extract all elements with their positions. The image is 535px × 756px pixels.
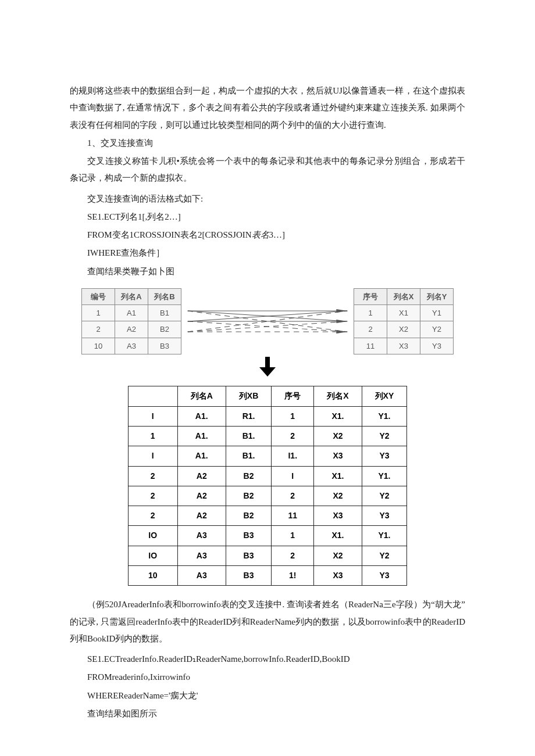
svg-marker-10 <box>336 320 347 323</box>
svg-marker-13 <box>259 367 276 377</box>
svg-marker-11 <box>336 330 347 334</box>
table-row: IA1.B1.I1.X3Y3 <box>128 446 407 466</box>
rt-h2: 列名Y <box>420 288 454 304</box>
lt-row: 10A3B3 <box>82 338 181 354</box>
document-page: 的规则将这些表中的数据组合到一起，构成一个虚拟的大衣，然后就UJ以像普通表一样，… <box>0 0 535 756</box>
crossjoin-lines-icon <box>185 305 350 338</box>
table-row: 10A3B31!X3Y3 <box>128 566 407 586</box>
code-select-example: SE1.ECTreaderInfo.ReaderID₁ReaderName,bo… <box>70 651 465 668</box>
table-row: 2A2B22X2Y2 <box>128 486 407 506</box>
left-source-table: 编号 列名A 列名B 1A1B1 2A2B2 10A3B3 <box>81 288 181 354</box>
result-intro: 查闻结果类鞭子如卜图 <box>70 263 465 280</box>
svg-marker-9 <box>336 309 347 313</box>
code-from-c: 3…] <box>269 230 286 239</box>
table-row: IOA3B32X2Y2 <box>128 546 407 565</box>
lt-header: 编号 列名A 列名B <box>82 288 181 304</box>
lt-h0: 编号 <box>82 288 115 304</box>
rt-h0: 序号 <box>354 288 387 304</box>
lt-h1: 列名A <box>115 288 148 304</box>
lt-h2: 列名B <box>148 288 181 304</box>
table-row: IOA3B31X1.Y1. <box>128 526 407 546</box>
code-from-example: FROMreaderinfo,Ixirrowinfo <box>70 669 465 686</box>
rt-header: 序号 列名X 列名Y <box>354 288 454 304</box>
lt-row: 2A2B2 <box>82 321 181 338</box>
section-heading: 1、交叉连接查询 <box>70 135 465 152</box>
code-where-example: WHEREReaderName='瘸大龙' <box>70 687 465 704</box>
syntax-label: 交叉连接查询的语法格式如下: <box>70 191 465 207</box>
table-row: 2A2B211X3Y3 <box>128 506 407 526</box>
crossjoin-figure: 编号 列名A 列名B 1A1B1 2A2B2 10A3B3 <box>81 288 454 586</box>
example-paragraph: （例520JAreaderInfo表和borrowinfo表的交叉连接中. 查询… <box>70 596 465 647</box>
source-tables-row: 编号 列名A 列名B 1A1B1 2A2B2 10A3B3 <box>81 288 454 354</box>
code-from-a: FROM变名1CROSSJOIN表名2[CROSSJOIN <box>87 230 252 239</box>
paragraph-crossjoin-desc: 交叉连接义称笛卡儿积•系统会将一个表中的每条记录和其他表中的每条记录分別组合，形… <box>70 153 465 187</box>
code-from-b: 表名 <box>252 230 269 239</box>
code-where: IWHERE查泡条件］ <box>70 245 465 261</box>
res-body: IA1.R1.1X1.Y1. 1A1.B1.2X2Y2 IA1.B1.I1.X3… <box>128 406 407 586</box>
res-header: 列名A 列XB 序号 列名X 列XY <box>128 386 407 406</box>
code-from: FROM变名1CROSSJOIN表名2[CROSSJOIN表名3…] <box>70 227 465 243</box>
right-source-table: 序号 列名X 列名Y 1X1Y1 2X2Y2 11X3Y3 <box>354 288 454 354</box>
rt-row: 2X2Y2 <box>354 321 454 338</box>
result-label: 查询结果如图所示 <box>70 705 465 722</box>
rt-row: 1X1Y1 <box>354 305 454 321</box>
result-table: 列名A 列XB 序号 列名X 列XY IA1.R1.1X1.Y1. 1A1.B1… <box>128 386 408 586</box>
table-row: IA1.R1.1X1.Y1. <box>128 406 407 426</box>
paragraph-intro: 的规则将这些表中的数据组合到一起，构成一个虚拟的大衣，然后就UJ以像普通表一样，… <box>70 83 465 134</box>
rt-row: 11X3Y3 <box>354 338 454 354</box>
table-row: 1A1.B1.2X2Y2 <box>128 426 407 446</box>
svg-rect-12 <box>265 357 270 367</box>
rt-h1: 列名X <box>387 288 420 304</box>
lt-row: 1A1B1 <box>82 305 181 321</box>
table-row: 2A2B2IX1.Y1. <box>128 466 407 486</box>
code-select: SE1.ECT列名1[,列名2…] <box>70 209 465 225</box>
arrow-down-icon <box>81 357 454 382</box>
